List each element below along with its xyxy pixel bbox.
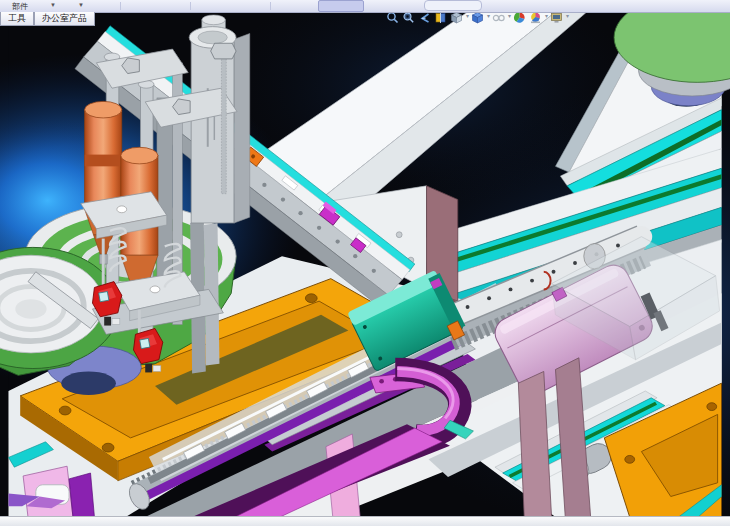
tab-office-products[interactable]: 办公室产品	[34, 12, 95, 26]
assembly-toolbar-label: 部件	[12, 1, 28, 12]
toolbar-rounded-button[interactable]	[424, 0, 482, 11]
viewport-3d[interactable]	[0, 12, 730, 517]
dropdown-caret-icon[interactable]: ▼	[50, 2, 56, 8]
dropdown-caret-icon[interactable]: ▼	[78, 2, 84, 8]
solidworks-window: 部件 ▼ ▼ 工具 办公室产品 ▾ ▾ ▾	[0, 0, 730, 526]
toolbar-pressed-button[interactable]	[318, 0, 364, 12]
tab-tools[interactable]: 工具	[0, 12, 34, 26]
main-toolbar: 部件 ▼ ▼	[0, 0, 730, 13]
toolbar-separator	[120, 2, 121, 10]
status-bar	[0, 516, 730, 526]
hex-nut	[211, 43, 236, 59]
commandmanager-tabs: 工具 办公室产品	[0, 12, 95, 26]
toolbar-separator	[270, 2, 271, 10]
toolbar-separator	[190, 2, 191, 10]
